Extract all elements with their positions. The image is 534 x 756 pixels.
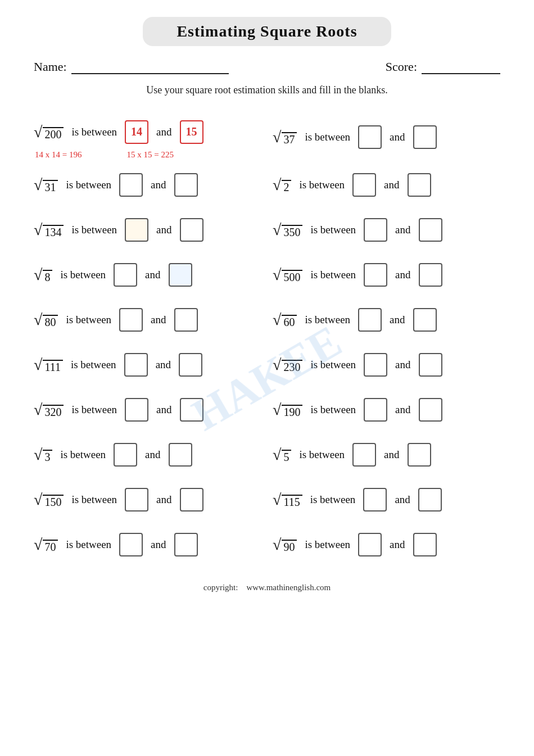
radicand-190: 190 xyxy=(282,405,302,418)
sqrt-500: √ 500 xyxy=(273,267,302,283)
and-2: and xyxy=(384,179,399,191)
answer-box-115-low[interactable] xyxy=(363,488,387,511)
sqrt-350: √ 350 xyxy=(273,222,302,238)
answer-box-3-high[interactable] xyxy=(169,443,192,467)
name-label: Name: xyxy=(34,60,67,74)
and-5: and xyxy=(384,449,399,461)
name-field: Name: xyxy=(34,60,229,74)
is-between-70: is between xyxy=(66,538,111,551)
problem-70: √ 70 is between and xyxy=(28,522,267,567)
answer-box-2-low[interactable] xyxy=(352,173,376,197)
copyright-row: copyright: www.mathinenglish.com xyxy=(28,583,506,598)
and-80: and xyxy=(151,314,166,326)
is-between-90: is between xyxy=(305,538,350,551)
radicand-90: 90 xyxy=(282,540,297,553)
radicand-500: 500 xyxy=(282,270,302,283)
is-between-3: is between xyxy=(60,449,106,461)
answer-box-37-high[interactable] xyxy=(413,125,437,149)
and-230: and xyxy=(395,359,410,371)
answer-box-37-low[interactable] xyxy=(358,125,382,149)
and-3: and xyxy=(145,449,160,461)
is-between-31: is between xyxy=(66,179,111,191)
is-between-60: is between xyxy=(305,314,350,326)
answer-box-320-low[interactable] xyxy=(125,398,148,422)
and-115: and xyxy=(395,494,410,506)
problem-3: √ 3 is between and xyxy=(28,432,267,477)
answer-box-500-low[interactable] xyxy=(364,263,387,287)
answer-box-3-low[interactable] xyxy=(114,443,137,467)
score-field: Score: xyxy=(386,60,500,74)
radicand-150: 150 xyxy=(43,495,64,508)
sqrt-150: √ 150 xyxy=(34,492,64,508)
answer-box-31-low[interactable] xyxy=(119,173,143,197)
answer-box-8-low[interactable] xyxy=(114,263,137,287)
and-60: and xyxy=(390,314,405,326)
radicand-5: 5 xyxy=(282,450,291,463)
answer-box-150-high[interactable] xyxy=(180,488,203,511)
answer-box-5-high[interactable] xyxy=(408,443,431,467)
answer-box-500-high[interactable] xyxy=(419,263,442,287)
answer-box-230-low[interactable] xyxy=(364,353,387,377)
radicand-8: 8 xyxy=(43,270,52,283)
answer-box-320-high[interactable] xyxy=(180,398,203,422)
answer-box-2-high[interactable] xyxy=(408,173,431,197)
answer-box-134-low[interactable] xyxy=(125,218,148,242)
sqrt-320: √ 320 xyxy=(34,402,64,418)
is-between-134: is between xyxy=(71,224,117,236)
copyright-label: copyright: xyxy=(203,583,238,592)
sqrt-8: √ 8 xyxy=(34,267,52,283)
answer-box-230-high[interactable] xyxy=(419,353,442,377)
score-input-line[interactable] xyxy=(422,62,500,74)
answer-box-190-low[interactable] xyxy=(364,398,387,422)
is-between-80: is between xyxy=(66,314,111,326)
and-320: and xyxy=(156,404,171,416)
problem-8: √ 8 is between and xyxy=(28,252,267,297)
sqrt-190: √ 190 xyxy=(273,402,302,418)
and-134: and xyxy=(156,224,171,236)
answer-box-60-low[interactable] xyxy=(358,308,382,332)
sqrt-200: √ 200 xyxy=(34,124,64,140)
answer-box-350-high[interactable] xyxy=(419,218,442,242)
answer-box-150-low[interactable] xyxy=(125,488,148,511)
answer-box-80-low[interactable] xyxy=(119,308,143,332)
radicand-70: 70 xyxy=(43,540,58,553)
is-between-2: is between xyxy=(299,179,345,191)
name-input-line[interactable] xyxy=(71,62,229,74)
sqrt-80: √ 80 xyxy=(34,312,58,328)
answer-box-70-low[interactable] xyxy=(119,533,143,556)
is-between-320: is between xyxy=(71,404,117,416)
and-31: and xyxy=(151,179,166,191)
answer-box-115-high[interactable] xyxy=(418,488,442,511)
radicand-31: 31 xyxy=(43,180,58,193)
answer-box-8-high[interactable] xyxy=(169,263,192,287)
answer-box-80-high[interactable] xyxy=(174,308,198,332)
answer-box-31-high[interactable] xyxy=(174,173,198,197)
hint-low-200: 14 x 14 = 196 xyxy=(35,150,82,160)
page-title: Estimating Square Roots xyxy=(143,17,391,46)
problem-115: √ 115 is between and xyxy=(267,477,506,522)
problem-31: √ 31 is between and xyxy=(28,162,267,207)
answer-box-90-high[interactable] xyxy=(413,533,437,556)
answer-box-70-high[interactable] xyxy=(174,533,198,556)
radicand-111: 111 xyxy=(43,360,63,373)
radicand-200: 200 xyxy=(43,127,64,140)
answer-box-60-high[interactable] xyxy=(413,308,437,332)
answer-box-134-high[interactable] xyxy=(180,218,203,242)
is-between-230: is between xyxy=(310,359,356,371)
answer-box-350-low[interactable] xyxy=(364,218,387,242)
is-between-190: is between xyxy=(310,404,356,416)
answer-box-111-low[interactable] xyxy=(124,353,148,377)
sqrt-5: √ 5 xyxy=(273,447,291,463)
website: www.mathinenglish.com xyxy=(246,583,331,592)
is-between-37: is between xyxy=(305,131,350,143)
hint-high-200: 15 x 15 = 225 xyxy=(126,150,173,160)
answer-box-5-low[interactable] xyxy=(352,443,376,467)
radicand-320: 320 xyxy=(43,405,64,418)
and-190: and xyxy=(395,404,410,416)
answer-box-190-high[interactable] xyxy=(419,398,442,422)
sqrt-60: √ 60 xyxy=(273,312,297,328)
and-500: and xyxy=(395,269,410,281)
answer-box-111-high[interactable] xyxy=(179,353,202,377)
sqrt-115: √ 115 xyxy=(273,492,302,508)
answer-box-90-low[interactable] xyxy=(358,533,382,556)
